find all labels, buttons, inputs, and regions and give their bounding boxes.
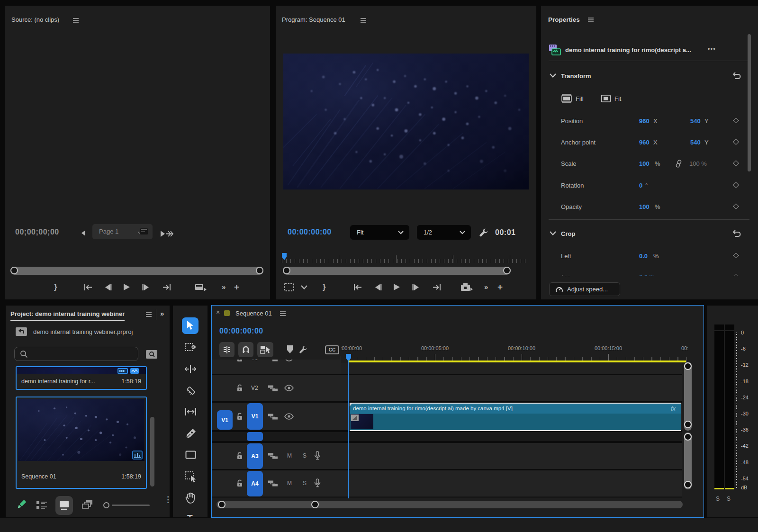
reset-icon[interactable]: [732, 229, 741, 238]
audio-scroll-handle-top[interactable]: [684, 433, 692, 441]
pen-tool[interactable]: [186, 428, 196, 439]
timeline-clip[interactable]: demo internal training for rimo(descript…: [350, 403, 681, 431]
linked-selection-button[interactable]: [257, 342, 273, 357]
razor-tool[interactable]: [186, 386, 196, 396]
mic-icon[interactable]: [314, 451, 321, 460]
timeline-ruler[interactable]: 00:00:00:00 00:00:05:00 00:00:10:00 00:0…: [341, 337, 688, 363]
meter-solo-left[interactable]: S: [716, 496, 720, 502]
thumbnail-view-button[interactable]: [55, 496, 73, 515]
source-patch-icon[interactable]: [268, 413, 278, 420]
audio-scroll-handle-bottom[interactable]: [684, 481, 692, 488]
video-scroll-handle-top[interactable]: [684, 362, 692, 370]
opacity-keyframe-icon[interactable]: [733, 203, 739, 209]
add-button-icon[interactable]: +: [234, 282, 239, 292]
h-scroll-handle-left[interactable]: [218, 501, 226, 508]
anchor-y-value[interactable]: 540: [690, 139, 701, 146]
crop-left-value[interactable]: 0.0: [639, 252, 648, 260]
source-timecode[interactable]: 00;00;00;00: [15, 228, 59, 236]
project-file-name[interactable]: demo internal training webiner.prproj: [33, 328, 133, 335]
add-button-icon[interactable]: +: [497, 282, 503, 292]
page-selector[interactable]: Page 1: [92, 224, 153, 239]
source-scroll-handle-left[interactable]: [10, 267, 18, 274]
fill-icon[interactable]: [561, 94, 572, 103]
step-forward-icon[interactable]: [142, 284, 151, 291]
search-input[interactable]: [14, 347, 138, 361]
edit-pencil-icon[interactable]: [15, 498, 27, 511]
source-scrollbar[interactable]: [10, 267, 263, 275]
marker-icon[interactable]: [286, 345, 294, 354]
source-scroll-handle-right[interactable]: [256, 267, 263, 274]
opacity-value[interactable]: 100: [639, 203, 650, 210]
captions-button[interactable]: CC: [325, 345, 339, 354]
eye-icon[interactable]: [284, 413, 294, 420]
chevron-down-icon[interactable]: [550, 231, 556, 235]
timeline-menu-icon[interactable]: [280, 311, 286, 316]
program-scroll-handle-right[interactable]: [503, 267, 511, 274]
freeform-view-icon[interactable]: [82, 499, 94, 511]
timeline-tab-label[interactable]: Sequence 01: [235, 310, 272, 317]
video-scroll-handle-bottom[interactable]: [684, 421, 692, 428]
solo-button[interactable]: S: [303, 452, 307, 459]
step-forward-icon[interactable]: [412, 284, 421, 291]
button-editor-icon[interactable]: »: [484, 283, 488, 291]
mute-button[interactable]: M: [287, 480, 292, 487]
crop-section-label[interactable]: Crop: [561, 230, 575, 237]
close-tab-icon[interactable]: ×: [216, 308, 220, 316]
rectangle-tool[interactable]: [185, 451, 196, 459]
type-tool[interactable]: T: [187, 513, 193, 517]
transform-section-label[interactable]: Transform: [561, 72, 591, 80]
zoom-slider-track[interactable]: [112, 505, 150, 506]
scale-keyframe-icon[interactable]: [733, 160, 739, 166]
lock-icon[interactable]: [236, 452, 243, 460]
export-frame-icon[interactable]: [460, 282, 473, 292]
more-options-icon[interactable]: •••: [708, 45, 716, 52]
play-around-icon[interactable]: [160, 230, 174, 237]
project-item-sequence[interactable]: Sequence 01 1:58:19: [16, 397, 147, 489]
track-v1-badge[interactable]: V1: [247, 403, 263, 430]
eye-icon[interactable]: [284, 385, 294, 391]
program-scroll-handle-left[interactable]: [283, 267, 290, 274]
go-to-in-icon[interactable]: [352, 284, 362, 291]
scale-value[interactable]: 100: [639, 160, 650, 167]
lock-icon[interactable]: [236, 384, 243, 392]
playhead-line[interactable]: [348, 361, 349, 498]
lock-icon[interactable]: [236, 413, 243, 421]
more-options-dots-icon[interactable]: ⋮: [164, 497, 170, 502]
fit-button-label[interactable]: Fit: [614, 95, 621, 102]
source-patch-icon[interactable]: [268, 480, 278, 487]
properties-panel-menu-icon[interactable]: [587, 17, 594, 23]
reset-icon[interactable]: [732, 72, 741, 80]
folder-up-icon[interactable]: [15, 327, 27, 336]
previous-page-icon[interactable]: [81, 230, 86, 236]
play-icon[interactable]: [123, 283, 130, 291]
project-panel-title[interactable]: Project: demo internal training webiner: [10, 310, 125, 321]
position-x-value[interactable]: 960: [639, 117, 650, 125]
zoom-level-select[interactable]: Fit: [350, 225, 409, 240]
position-keyframe-icon[interactable]: [733, 117, 739, 124]
play-icon[interactable]: [393, 283, 400, 291]
fill-button-label[interactable]: Fill: [576, 95, 584, 102]
mark-out-icon[interactable]: }: [54, 282, 57, 292]
project-panel-menu-icon[interactable]: [145, 312, 152, 317]
fit-icon[interactable]: [601, 94, 611, 103]
position-y-value[interactable]: 540: [690, 117, 701, 125]
properties-scrollbar[interactable]: [748, 34, 751, 171]
track-a3-badge[interactable]: A3: [247, 443, 263, 469]
go-to-out-icon[interactable]: [162, 284, 172, 291]
anchor-keyframe-icon[interactable]: [733, 139, 739, 145]
playback-resolution-select[interactable]: 1/2: [417, 225, 471, 240]
source-panel-menu-icon[interactable]: [72, 18, 79, 23]
insert-icon[interactable]: [194, 283, 208, 291]
anchor-x-value[interactable]: 960: [639, 139, 650, 146]
button-editor-icon[interactable]: »: [222, 283, 226, 291]
adjust-speed-button[interactable]: Adjust speed...: [549, 282, 620, 296]
timeline-settings-wrench-icon[interactable]: [298, 345, 308, 354]
hand-tool[interactable]: [185, 492, 196, 504]
rotation-value[interactable]: 0: [639, 182, 642, 189]
chevron-down-icon[interactable]: [301, 285, 307, 289]
go-to-in-icon[interactable]: [83, 284, 92, 291]
track-select-forward-tool[interactable]: [185, 342, 197, 352]
nest-toggle-button[interactable]: [219, 342, 235, 357]
program-scrollbar[interactable]: [283, 267, 511, 275]
lock-icon[interactable]: [236, 479, 243, 487]
